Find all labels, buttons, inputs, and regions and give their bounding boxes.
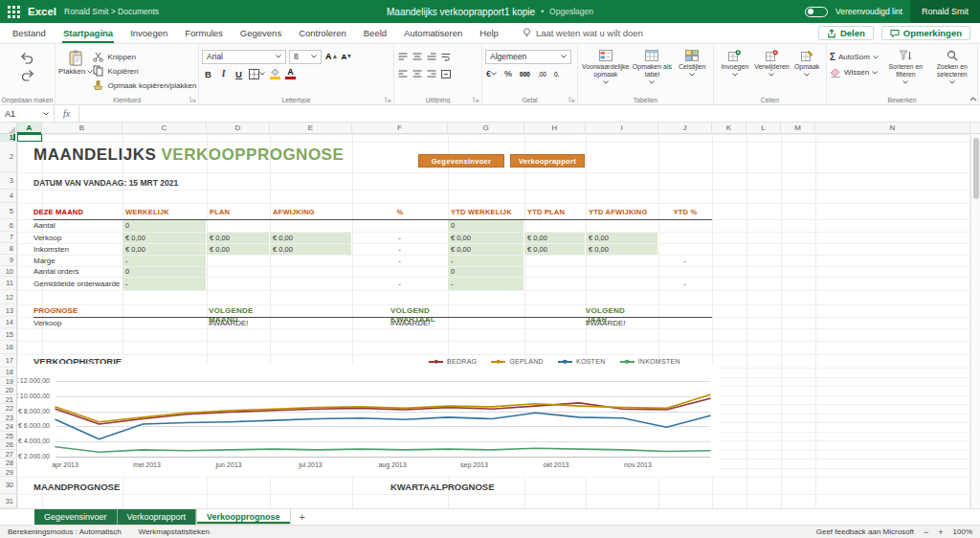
saved-status[interactable]: Opgeslagen: [549, 7, 593, 16]
comma-format-button[interactable]: 000: [519, 70, 531, 78]
row-header-25[interactable]: 25: [0, 432, 15, 441]
ribbon-tab-bestand[interactable]: Bestand: [4, 23, 55, 43]
percent-format-button[interactable]: %: [503, 68, 513, 79]
column-header-a[interactable]: A: [17, 123, 42, 134]
sheet-tab-verkoopprognose[interactable]: Verkoopprognose: [196, 509, 291, 525]
borders-button[interactable]: [248, 68, 266, 80]
table-cell-d7[interactable]: € 0,00: [207, 233, 269, 243]
row-header-6[interactable]: 6: [0, 219, 15, 232]
column-header-e[interactable]: E: [270, 123, 352, 134]
column-header-f[interactable]: F: [352, 123, 448, 134]
copy-button[interactable]: Kopiëren: [93, 64, 196, 78]
row-header-15[interactable]: 15: [0, 328, 15, 341]
table-cell-e8[interactable]: € 0,00: [270, 244, 351, 255]
undo-button[interactable]: [20, 52, 34, 65]
row-header-27[interactable]: 27: [0, 450, 15, 460]
table-cell-h7[interactable]: € 0,00: [524, 233, 585, 243]
feedback-link[interactable]: Geef feedback aan Microsoft: [816, 527, 914, 536]
table-cell-i8[interactable]: € 0,00: [586, 244, 657, 255]
table-cell-c6[interactable]: 0: [122, 220, 206, 232]
font-family-select[interactable]: Arial: [202, 50, 286, 64]
tell-me[interactable]: Laat weten wat u wilt doen: [523, 28, 643, 38]
table-cell-g6[interactable]: 0: [448, 220, 523, 232]
table-cell-g7[interactable]: € 0,00: [448, 233, 523, 243]
row-header-11[interactable]: 11: [0, 277, 15, 290]
increase-decimal-button[interactable]: ,00: [537, 70, 547, 78]
decrease-font-size-button[interactable]: A: [341, 52, 353, 62]
cut-button[interactable]: Knippen: [93, 50, 196, 63]
sheet-tab-gegevensinvoer[interactable]: Gegevensinvoer: [34, 509, 118, 525]
column-header-c[interactable]: C: [122, 123, 207, 134]
table-cell-g9[interactable]: -: [448, 256, 523, 266]
ribbon-tab-help[interactable]: Help: [471, 23, 507, 43]
italic-button[interactable]: I: [217, 68, 230, 79]
row-header-9[interactable]: 9: [0, 255, 15, 266]
decrease-decimal-button[interactable]: 0,: [553, 70, 560, 78]
table-cell-g8[interactable]: € 0,00: [448, 244, 523, 255]
breadcrumb[interactable]: Ronald Smit > Documents: [64, 7, 159, 16]
table-cell-h8[interactable]: € 0,00: [524, 244, 585, 255]
comments-button[interactable]: Opmerkingen: [881, 26, 970, 40]
column-header-j[interactable]: J: [658, 123, 712, 134]
verkooprapport-button[interactable]: Verkooprapport: [510, 154, 585, 168]
row-header-4[interactable]: 4: [0, 190, 15, 203]
row-header-13[interactable]: 13: [0, 304, 15, 317]
verwijderen-button[interactable]: Verwijderen: [753, 47, 791, 92]
number-dialog-launcher-icon[interactable]: [568, 96, 575, 102]
table-cell-c10[interactable]: 0: [122, 267, 206, 277]
vertical-scrollbar[interactable]: [970, 134, 980, 508]
autosom-button[interactable]: Σ AutoSom: [830, 50, 881, 64]
row-header-1[interactable]: 1: [0, 134, 15, 142]
ribbon-tab-beeld[interactable]: Beeld: [355, 23, 395, 43]
table-cell-g10[interactable]: 0: [448, 267, 523, 277]
align-left-icon[interactable]: [397, 69, 409, 79]
spreadsheet-area[interactable]: 1234567891011121314151617181920212223242…: [0, 134, 980, 508]
align-top-icon[interactable]: [397, 52, 409, 62]
zoom-out-button[interactable]: −: [924, 527, 928, 537]
wrap-text-icon[interactable]: [440, 52, 452, 62]
row-header-19[interactable]: 19: [0, 377, 15, 387]
row-header-24[interactable]: 24: [0, 422, 15, 432]
column-header-k[interactable]: K: [712, 123, 746, 134]
document-title-area[interactable]: Maandelijks verkooprapport1 kopie • Opge…: [387, 0, 593, 23]
row-header-2[interactable]: 2: [0, 142, 15, 172]
table-cell-j11[interactable]: -: [658, 278, 711, 290]
column-header-g[interactable]: G: [448, 123, 524, 134]
zoeken-selecteren-button[interactable]: Zoeken en selecteren: [930, 47, 974, 92]
row-header-29[interactable]: 29: [0, 468, 15, 478]
share-button[interactable]: Delen: [818, 26, 874, 40]
sorteren-filteren-button[interactable]: Sorteren en filteren: [883, 47, 927, 92]
increase-font-size-button[interactable]: A: [324, 51, 338, 62]
row-header-16[interactable]: 16: [0, 341, 15, 354]
invoegen-button[interactable]: Invoegen: [717, 47, 753, 92]
align-right-icon[interactable]: [426, 69, 437, 79]
table-cell-c7[interactable]: € 0,00: [122, 233, 206, 243]
account-button[interactable]: Ronald Smit: [910, 0, 980, 23]
workbook-statistics[interactable]: Werkmapstatistieken: [139, 527, 210, 536]
zoom-in-button[interactable]: +: [938, 527, 943, 537]
prognose-value-2[interactable]: #WAARDE!: [390, 319, 431, 327]
ribbon-tab-controleren[interactable]: Controleren: [290, 23, 355, 43]
row-header-8[interactable]: 8: [0, 243, 15, 255]
ribbon-tab-invoegen[interactable]: Invoegen: [122, 23, 176, 43]
celstijlen-button[interactable]: Celstijlen: [674, 47, 710, 92]
row-header-5[interactable]: 5: [0, 203, 15, 219]
name-box[interactable]: A1: [0, 105, 55, 122]
font-dialog-launcher-icon[interactable]: [385, 96, 391, 102]
row-header-28[interactable]: 28: [0, 459, 15, 468]
row-header-14[interactable]: 14: [0, 317, 15, 328]
merge-center-icon[interactable]: [440, 69, 452, 79]
prognose-value-1[interactable]: #WAARDE!: [209, 319, 249, 327]
font-color-button[interactable]: A: [284, 67, 297, 80]
table-cell-e7[interactable]: € 0,00: [270, 233, 351, 243]
redo-button[interactable]: [20, 69, 34, 82]
fx-icon[interactable]: fx: [55, 105, 79, 122]
align-bottom-icon[interactable]: [426, 52, 437, 62]
column-header-i[interactable]: I: [586, 123, 658, 134]
zoom-level[interactable]: 100%: [953, 527, 972, 536]
row-header-31[interactable]: 31: [0, 494, 15, 508]
bold-button[interactable]: B: [202, 68, 214, 80]
ribbon-tab-startpagina[interactable]: Startpagina: [55, 23, 122, 43]
app-launcher-waffle-icon[interactable]: [8, 6, 20, 18]
formula-input[interactable]: [79, 105, 980, 122]
